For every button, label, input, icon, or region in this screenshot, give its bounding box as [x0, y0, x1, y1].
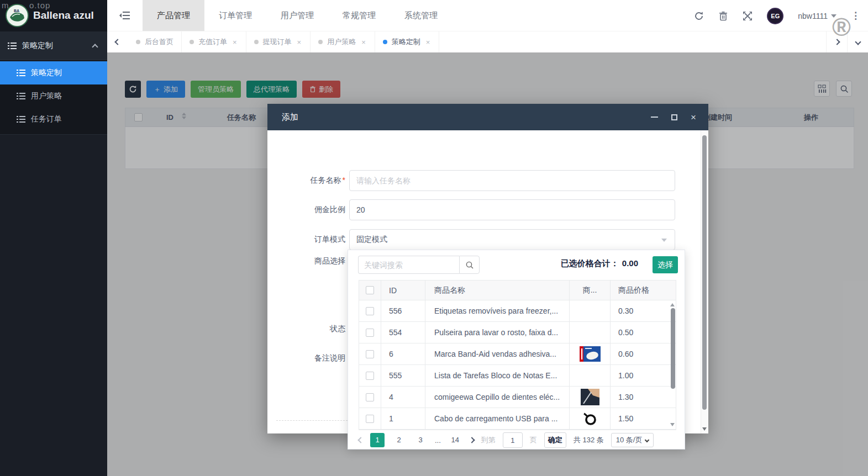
tab-strategy-custom[interactable]: 策略定制 ×	[375, 31, 440, 52]
table-row[interactable]: 555 Lista de Tarefas Bloco de Notas E...…	[359, 365, 676, 387]
table-row[interactable]: 556 Etiquetas removíveis para freezer,..…	[359, 300, 676, 322]
close-icon[interactable]: ×	[691, 113, 696, 122]
logo-area: m o.top BA Ballena azul	[0, 0, 107, 31]
modal-scrollbar[interactable]	[701, 130, 708, 433]
tab-dot-icon	[190, 40, 194, 44]
sidebar-group-strategy[interactable]: 策略定制	[0, 31, 107, 60]
sidebar-item-user-strategy[interactable]: 用户策略	[0, 84, 107, 108]
select-all-checkbox[interactable]	[366, 286, 374, 294]
tab-label: 策略定制	[392, 37, 420, 47]
selected-total-value: 0.00	[622, 258, 638, 269]
close-icon[interactable]: ×	[232, 38, 238, 46]
close-icon[interactable]: ×	[360, 38, 367, 46]
pagination: 1 2 3 ... 14 到第 页 确定 共 132 条 10 条/页	[359, 432, 676, 448]
nav-item-system[interactable]: 系统管理	[390, 0, 452, 31]
sidebar-collapse-button[interactable]	[107, 0, 143, 31]
row-checkbox[interactable]	[366, 307, 374, 315]
product-id: 554	[381, 322, 425, 343]
row-checkbox[interactable]	[366, 372, 374, 380]
column-product-image: 商...	[570, 281, 611, 300]
page-size-value: 10 条/页	[616, 435, 643, 445]
sidebar-item-label: 策略定制	[31, 68, 62, 78]
goto-page-input[interactable]	[503, 432, 523, 448]
selected-total: 已选价格合计： 0.00	[561, 258, 638, 269]
tab-label: 用户策略	[327, 37, 356, 47]
task-name-input[interactable]	[349, 170, 675, 191]
refresh-icon[interactable]	[694, 11, 704, 21]
table-scrollbar-thumb[interactable]	[671, 308, 675, 389]
commission-input[interactable]	[349, 199, 675, 220]
row-checkbox[interactable]	[366, 350, 374, 358]
page-button-14[interactable]: 14	[448, 433, 462, 447]
username-label: nbw1111	[798, 12, 828, 20]
search-button[interactable]	[459, 256, 480, 274]
chevron-down-icon	[855, 39, 861, 45]
list-icon	[17, 115, 25, 123]
tab-user-strategy[interactable]: 用户策略 ×	[311, 31, 375, 52]
dialog-header[interactable]: 添加 ×	[267, 104, 708, 130]
table-row[interactable]: 4 comigeewa Cepillo de dientes eléc... 1…	[359, 387, 676, 408]
page-size-select[interactable]: 10 条/页	[611, 433, 654, 447]
next-page-icon[interactable]	[469, 437, 475, 443]
prev-page-icon[interactable]	[357, 437, 364, 443]
product-name: Pulseira para lavar o rosto, faixa d...	[425, 322, 570, 343]
product-price: 1.30	[611, 387, 676, 408]
fullscreen-icon[interactable]	[743, 11, 753, 21]
table-row[interactable]: 1 Cabo de carregamento USB para ... 1.50	[359, 408, 676, 430]
confirm-select-button[interactable]: 选择	[653, 256, 678, 273]
tab-recharge-orders[interactable]: 充值订单 ×	[182, 31, 246, 52]
product-name: Lista de Tarefas Bloco de Notas E...	[425, 365, 570, 386]
sidebar-item-task-order[interactable]: 任务订单	[0, 108, 107, 131]
tabs-scroll-left-button[interactable]	[107, 31, 128, 52]
tab-withdraw-orders[interactable]: 提现订单 ×	[246, 31, 311, 52]
goto-confirm-button[interactable]: 确定	[544, 432, 566, 448]
page-button-2[interactable]: 2	[392, 433, 406, 447]
product-id: 556	[381, 300, 425, 321]
brand-logo: BA	[6, 4, 29, 27]
add-dialog: 添加 × 任务名称* 佣金比例 订单模式 固定模式 商品选择 状态 备注说明	[267, 104, 708, 433]
tab-dot-icon	[318, 40, 323, 44]
close-icon[interactable]: ×	[296, 38, 303, 46]
scroll-down-icon[interactable]	[702, 427, 707, 431]
row-checkbox[interactable]	[366, 393, 374, 401]
tab-dashboard[interactable]: 后台首页	[128, 31, 182, 52]
user-menu[interactable]: nbw1111	[798, 12, 837, 20]
task-name-label: 任务名称*	[267, 176, 345, 186]
nav-item-general[interactable]: 常规管理	[328, 0, 390, 31]
modal-scrollbar-thumb[interactable]	[702, 135, 707, 410]
maximize-icon[interactable]	[671, 114, 677, 120]
row-checkbox[interactable]	[366, 329, 374, 337]
table-row[interactable]: 6 Marca Band-Aid vendas adhesiva...	[359, 343, 676, 365]
nav-item-user[interactable]: 用户管理	[266, 0, 328, 31]
product-name: Cabo de carregamento USB para ...	[425, 408, 570, 429]
avatar[interactable]: EG	[767, 8, 783, 24]
scroll-down-icon[interactable]	[670, 423, 675, 426]
goto-label: 到第	[481, 435, 496, 445]
product-picker-panel: 已选价格合计： 0.00 选择 ID 商品名称 商... 商品价格 556 Et…	[348, 250, 685, 449]
product-image-cell	[570, 322, 611, 343]
sidebar-item-label: 任务订单	[31, 114, 62, 124]
close-icon[interactable]: ×	[425, 38, 432, 46]
tabs-menu-button[interactable]	[847, 31, 868, 52]
search-icon	[465, 261, 474, 269]
tabs-scroll-right-button[interactable]	[826, 31, 847, 52]
chevron-down-icon	[831, 14, 837, 18]
column-product-price: 商品价格	[611, 281, 676, 300]
dialog-body: 任务名称* 佣金比例 订单模式 固定模式 商品选择 状态 备注说明	[267, 130, 708, 433]
order-mode-value: 固定模式	[356, 235, 387, 245]
page-button-1[interactable]: 1	[370, 433, 385, 447]
order-mode-select[interactable]: 固定模式	[349, 229, 675, 250]
trash-icon[interactable]	[718, 11, 728, 21]
sidebar-item-strategy-custom[interactable]: 策略定制	[0, 61, 107, 84]
keyword-search-input[interactable]	[358, 256, 459, 274]
table-row[interactable]: 554 Pulseira para lavar o rosto, faixa d…	[359, 322, 676, 343]
page-button-3[interactable]: 3	[413, 433, 428, 447]
sidebar-group-label: 策略定制	[22, 41, 53, 51]
nav-item-product[interactable]: 产品管理	[143, 0, 204, 31]
nav-item-order[interactable]: 订单管理	[204, 0, 266, 31]
more-options-icon[interactable]: ⋮	[851, 11, 860, 20]
minimize-icon[interactable]	[651, 117, 658, 118]
topbar-actions: EG nbw1111 ⋮	[694, 0, 868, 31]
row-checkbox[interactable]	[366, 415, 374, 423]
scroll-up-icon[interactable]	[670, 303, 675, 306]
